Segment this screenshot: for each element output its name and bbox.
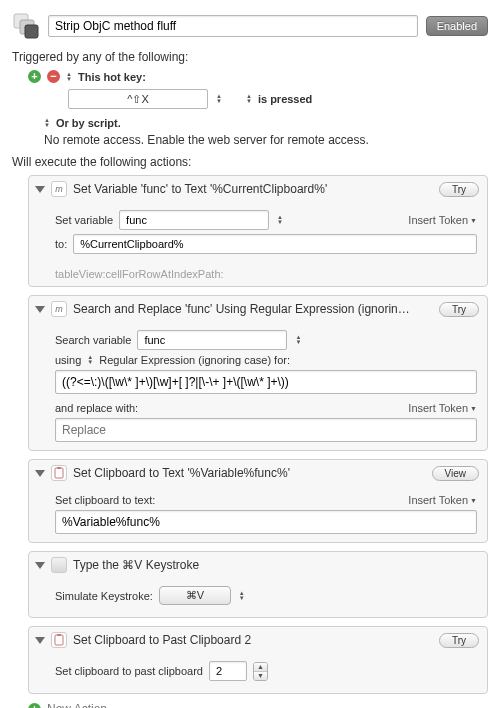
macro-icon — [12, 12, 40, 40]
try-button[interactable]: Try — [439, 182, 479, 197]
simulate-keystroke-label: Simulate Keystroke: — [55, 590, 153, 602]
action-set-clipboard-past: Set Clipboard to Past Clipboard 2 Try Se… — [28, 626, 488, 694]
to-value-input[interactable] — [73, 234, 477, 254]
clipboard-action-icon — [51, 632, 67, 648]
hotkey-mode-selector[interactable]: ▲▼ — [246, 94, 252, 104]
to-label: to: — [55, 238, 67, 250]
variable-name-input[interactable] — [119, 210, 269, 230]
new-action-label[interactable]: New Action — [47, 702, 107, 708]
disclosure-icon[interactable] — [35, 470, 45, 477]
action-title: Set Clipboard to Past Clipboard 2 — [73, 633, 433, 647]
disclosure-icon[interactable] — [35, 306, 45, 313]
stepper-control[interactable]: ▲ ▼ — [253, 662, 268, 681]
keystroke-action-icon — [51, 557, 67, 573]
hotkey-input[interactable]: ^⇧X — [68, 89, 208, 109]
variable-dropdown-icon[interactable]: ▲▼ — [275, 215, 285, 225]
script-trigger-label: Or by script. — [56, 117, 121, 129]
insert-token-button[interactable]: Insert Token▼ — [408, 402, 477, 414]
variable-dropdown-icon[interactable]: ▲▼ — [293, 335, 303, 345]
replace-with-input[interactable] — [55, 418, 477, 442]
hotkey-trigger-label: This hot key: — [78, 71, 146, 83]
action-set-clipboard-text: Set Clipboard to Text '%Variable%func%' … — [28, 459, 488, 543]
set-variable-label: Set variable — [55, 214, 113, 226]
disclosure-icon[interactable] — [35, 186, 45, 193]
hotkey-mode-label: is pressed — [258, 93, 312, 105]
script-trigger-selector[interactable]: ▲▼ — [44, 118, 50, 128]
search-variable-input[interactable] — [137, 330, 287, 350]
action-preview: tableView:cellForRowAtIndexPath: — [29, 266, 487, 286]
enabled-toggle-button[interactable]: Enabled — [426, 16, 488, 36]
stepper-down-icon[interactable]: ▼ — [254, 672, 267, 680]
past-clipboard-index-input[interactable] — [209, 661, 247, 681]
remote-access-note: No remote access. Enable the web server … — [44, 133, 488, 147]
regex-pattern-input[interactable] — [55, 370, 477, 394]
stepper-up-icon[interactable]: ▲ — [254, 663, 267, 672]
svg-rect-4 — [57, 467, 61, 469]
search-variable-label: Search variable — [55, 334, 131, 346]
svg-rect-2 — [25, 25, 38, 38]
set-clipboard-label: Set clipboard to text: — [55, 494, 155, 506]
action-title: Set Clipboard to Text '%Variable%func%' — [73, 466, 426, 480]
variable-action-icon: m — [51, 181, 67, 197]
svg-rect-6 — [57, 634, 61, 636]
disclosure-icon[interactable] — [35, 562, 45, 569]
past-clipboard-label: Set clipboard to past clipboard — [55, 665, 203, 677]
add-trigger-icon[interactable]: + — [28, 70, 41, 83]
svg-rect-5 — [55, 635, 63, 645]
action-title: Type the ⌘V Keystroke — [73, 558, 479, 572]
using-mode-label: Regular Expression (ignoring case) for: — [99, 354, 290, 366]
trigger-type-selector[interactable]: ▲▼ — [66, 72, 72, 82]
action-search-replace: m Search and Replace 'func' Using Regula… — [28, 295, 488, 451]
add-action-icon[interactable]: + — [28, 703, 41, 709]
triggers-section-label: Triggered by any of the following: — [12, 50, 488, 64]
action-title: Set Variable 'func' to Text '%CurrentCli… — [73, 182, 433, 196]
clipboard-action-icon — [51, 465, 67, 481]
hotkey-dropdown-icon[interactable]: ▲▼ — [214, 94, 224, 104]
try-button[interactable]: Try — [439, 633, 479, 648]
svg-rect-3 — [55, 468, 63, 478]
keystroke-dropdown-icon[interactable]: ▲▼ — [237, 591, 247, 601]
remove-trigger-icon[interactable]: − — [47, 70, 60, 83]
actions-section-label: Will execute the following actions: — [12, 155, 488, 169]
view-button[interactable]: View — [432, 466, 480, 481]
insert-token-button[interactable]: Insert Token▼ — [408, 214, 477, 226]
replace-with-label: and replace with: — [55, 402, 138, 414]
variable-action-icon: m — [51, 301, 67, 317]
disclosure-icon[interactable] — [35, 637, 45, 644]
try-button[interactable]: Try — [439, 302, 479, 317]
search-mode-selector[interactable]: ▲▼ — [87, 355, 93, 365]
action-type-keystroke: Type the ⌘V Keystroke Simulate Keystroke… — [28, 551, 488, 618]
insert-token-button[interactable]: Insert Token▼ — [408, 494, 477, 506]
action-set-variable: m Set Variable 'func' to Text '%CurrentC… — [28, 175, 488, 287]
action-title: Search and Replace 'func' Using Regular … — [73, 302, 433, 316]
using-label: using — [55, 354, 81, 366]
clipboard-text-input[interactable] — [55, 510, 477, 534]
macro-title-input[interactable] — [48, 15, 418, 37]
keystroke-input[interactable]: ⌘V — [159, 586, 231, 605]
